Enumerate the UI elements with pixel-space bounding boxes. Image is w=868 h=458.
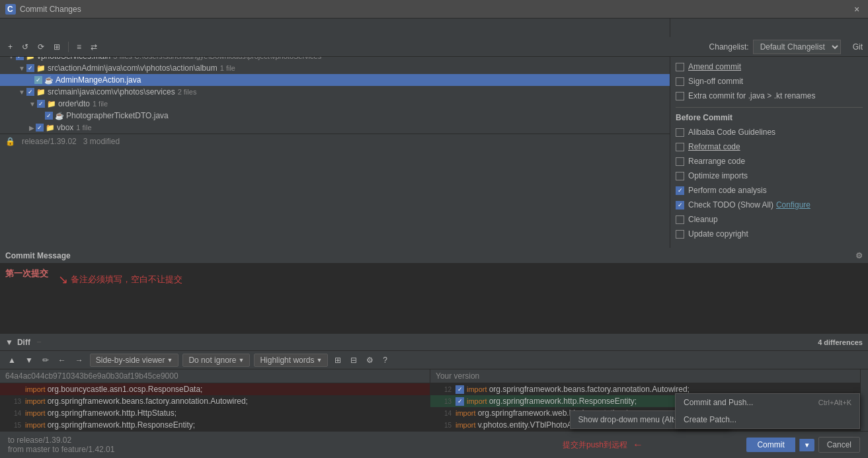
tree-checkbox[interactable]: ✓ xyxy=(26,88,34,96)
diff-collapse-arrow[interactable]: ▼ xyxy=(5,338,13,347)
tree-checkbox[interactable]: ✓ xyxy=(26,64,34,72)
alibaba-checkbox[interactable] xyxy=(676,128,684,137)
line-num: 13 xyxy=(3,398,21,405)
highlight-selector[interactable]: Highlight words ▼ xyxy=(254,354,328,367)
commit-message-textarea[interactable]: 第一次提交 xyxy=(0,264,868,333)
rearrange-label: Rearrange code xyxy=(688,157,745,166)
tree-item-label: PhotographerTicketDTO.java xyxy=(66,111,169,120)
folder-icon: 📁 xyxy=(36,88,46,96)
help-button[interactable]: ? xyxy=(380,354,390,366)
folder-icon: 📁 xyxy=(36,64,46,73)
tree-item-vbox[interactable]: ▶ ✓ 📁 vbox 1 file xyxy=(0,122,670,134)
diff-line-4: 15 import org.springframework.http.Respo… xyxy=(0,419,430,431)
java-file-icon: ☕ xyxy=(55,112,64,120)
diff-toolbar: ▲ ▼ ✏ ← → Side-by-side viewer ▼ Do not i… xyxy=(0,351,868,369)
commit-button[interactable]: Commit xyxy=(746,438,795,452)
cleanup-row[interactable]: Cleanup xyxy=(676,213,863,225)
commit-buttons: Commit ▼ Cancel xyxy=(746,437,860,453)
align-right-button[interactable]: ⇄ xyxy=(88,41,100,53)
tree-item-services[interactable]: ▼ ✓ 📁 src\main\java\com\v\photos\service… xyxy=(0,86,670,98)
perform-row[interactable]: Perform code analysis xyxy=(676,184,863,196)
drag-handle[interactable] xyxy=(37,342,41,342)
update-copyright-checkbox[interactable] xyxy=(676,230,684,239)
tree-item-action-album[interactable]: ▼ ✓ 📁 src\actionAdmin\java\com\v\photos\… xyxy=(0,62,670,74)
checkbox-icon: ✓ xyxy=(455,397,464,406)
commit-and-push-label: Commit and Push... xyxy=(684,398,753,407)
tree-item-photographer[interactable]: ✓ ☕ PhotographerTicketDTO.java xyxy=(0,110,670,122)
reformat-checkbox[interactable] xyxy=(676,143,684,151)
sign-off-row[interactable]: Sign-off commit xyxy=(676,75,863,87)
tree-checkbox[interactable]: ✓ xyxy=(34,76,42,84)
sync-button[interactable]: ⟳ xyxy=(35,41,47,53)
line-content: import org.springframework.http.Response… xyxy=(25,420,195,430)
perform-checkbox[interactable] xyxy=(676,186,684,195)
line-num: 14 xyxy=(3,410,21,417)
check-todo-checkbox[interactable] xyxy=(676,201,684,210)
perform-label: Perform code analysis xyxy=(688,186,767,195)
close-button[interactable]: × xyxy=(852,5,861,14)
extra-commit-row[interactable]: Extra commit for .java > .kt renames xyxy=(676,90,863,102)
create-patch-item[interactable]: Create Patch... xyxy=(676,411,859,428)
alibaba-row[interactable]: Alibaba Code Guidelines xyxy=(676,126,863,138)
tree-checkbox[interactable]: ✓ xyxy=(36,124,44,132)
diff-down-button[interactable]: ▼ xyxy=(22,354,36,366)
diff-prev-button[interactable]: ← xyxy=(56,354,69,366)
ignore-selector[interactable]: Do not ignore ▼ xyxy=(182,354,250,367)
diff-header: ▼ Diff 4 differences xyxy=(0,334,868,351)
commit-dropdown-menu: Commit and Push... Ctrl+Alt+K Create Pat… xyxy=(675,393,860,429)
tree-item-meta: 1 file xyxy=(76,124,91,132)
collapse-arrow: ▶ xyxy=(29,124,34,132)
diff-right-header: Your version xyxy=(430,369,860,383)
tree-item-order-dto[interactable]: ▼ ✓ 📁 order\dto 1 file xyxy=(0,98,670,110)
main-container: + ↺ ⟳ ⊞ ≡ ⇄ Changelist: Default Changeli… xyxy=(0,19,868,458)
tree-checkbox[interactable]: ✓ xyxy=(45,112,53,120)
optimize-checkbox[interactable] xyxy=(676,172,684,180)
group-button[interactable]: ⊞ xyxy=(51,41,63,53)
collapse-arrow: ▼ xyxy=(19,89,25,96)
diff-edit-button[interactable]: ✏ xyxy=(40,354,52,366)
file-tree-panel: + ↺ ⟳ ⊞ ≡ ⇄ Changelist: Default Changeli… xyxy=(0,19,670,248)
commit-message-section: Commit Message ⚙ 第一次提交 ↘ 备注必须填写，空白不让提交 xyxy=(0,248,868,334)
reformat-row[interactable]: Reformat code xyxy=(676,141,863,153)
optimize-label: Optimize imports xyxy=(688,171,748,180)
optimize-row[interactable]: Optimize imports xyxy=(676,170,863,182)
tree-item-label: order\dto xyxy=(58,99,90,108)
expand-button[interactable]: ⊟ xyxy=(348,354,360,366)
amend-commit-checkbox[interactable] xyxy=(676,63,684,71)
rearrange-checkbox[interactable] xyxy=(676,157,684,166)
diff-up-button[interactable]: ▲ xyxy=(5,354,19,366)
refresh-button[interactable]: ↺ xyxy=(19,41,31,53)
commit-dropdown-button[interactable]: ▼ xyxy=(799,439,814,451)
cancel-button[interactable]: Cancel xyxy=(818,437,860,453)
check-todo-row[interactable]: Check TODO (Show All) Configure xyxy=(676,199,863,211)
amend-commit-row[interactable]: Amend commit xyxy=(676,61,863,73)
rearrange-row[interactable]: Rearrange code xyxy=(676,155,863,167)
extra-commit-checkbox[interactable] xyxy=(676,92,684,100)
commit-and-push-item[interactable]: Commit and Push... Ctrl+Alt+K xyxy=(676,394,859,411)
svg-text:C: C xyxy=(7,5,13,14)
diff-next-button[interactable]: → xyxy=(73,354,86,366)
tree-item-admin-mange[interactable]: ✓ ☕ AdminMangeAction.java xyxy=(0,74,670,86)
tree-bottom-bar: 🔒 release/1.39.02 3 modified xyxy=(0,134,670,148)
viewer-arrow: ▼ xyxy=(167,357,173,363)
sign-off-checkbox[interactable] xyxy=(676,77,684,86)
tree-item-label: AdminMangeAction.java xyxy=(56,75,141,85)
alibaba-label: Alibaba Code Guidelines xyxy=(688,128,775,137)
viewer-label: Side-by-side viewer xyxy=(96,356,165,365)
add-button[interactable]: + xyxy=(5,41,15,53)
settings-button[interactable]: ⚙ xyxy=(364,354,376,366)
tree-checkbox[interactable]: ✓ xyxy=(37,100,45,108)
lock-icon: 🔒 xyxy=(5,137,15,146)
chinese-push-text: 提交并push到远程 ← xyxy=(563,439,643,451)
align-left-button[interactable]: ≡ xyxy=(74,41,84,53)
cleanup-checkbox[interactable] xyxy=(676,215,684,224)
settings-icon[interactable]: ⚙ xyxy=(855,251,863,260)
update-copyright-label: Update copyright xyxy=(688,229,748,239)
bottom-status: to release/1.39.02 from master to featur… xyxy=(0,431,868,458)
app-icon: C xyxy=(5,4,16,15)
update-copyright-row[interactable]: Update copyright xyxy=(676,228,863,240)
viewer-selector[interactable]: Side-by-side viewer ▼ xyxy=(90,354,179,367)
diff-scrollbar[interactable] xyxy=(860,369,868,431)
collapse-button[interactable]: ⊞ xyxy=(332,354,344,366)
configure-link[interactable]: Configure xyxy=(776,200,810,210)
